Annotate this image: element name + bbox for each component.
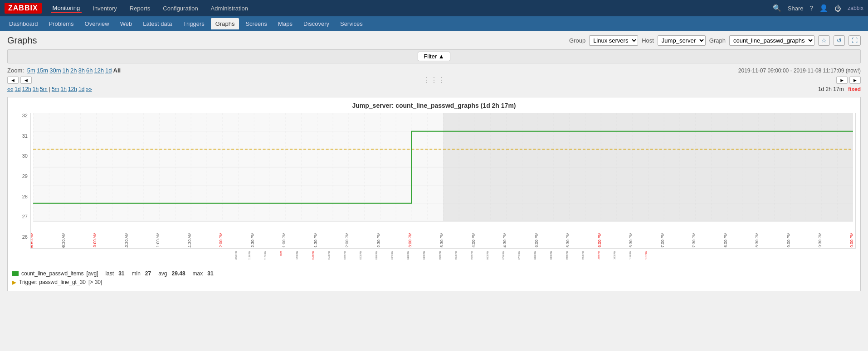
next-far-button[interactable]: ► xyxy=(849,77,861,84)
group-label: Group xyxy=(569,37,585,44)
nav-monitoring[interactable]: Monitoring xyxy=(51,4,82,13)
period-1d-fwd[interactable]: 1d xyxy=(78,86,84,92)
zoom-5m[interactable]: 5m xyxy=(27,67,35,74)
tab-maps[interactable]: Maps xyxy=(273,18,297,29)
svg-text:09:30 AM: 09:30 AM xyxy=(61,232,66,249)
graph-title: Jump_server: count_line_passwd_graphs (1… xyxy=(12,102,856,109)
svg-text:11:30 PM: 11:30 PM xyxy=(264,251,267,260)
prev-far-button[interactable]: ◄ xyxy=(7,77,19,84)
svg-text:11:00 AM: 11:00 AM xyxy=(629,251,632,260)
zoom-label: Zoom: xyxy=(7,67,24,74)
filter-toggle-button[interactable]: Filter ▲ xyxy=(418,52,450,61)
svg-text:07:00 PM: 07:00 PM xyxy=(660,232,665,249)
svg-text:11/08: 11/08 xyxy=(280,251,283,256)
svg-text:10:00 PM: 10:00 PM xyxy=(849,232,854,249)
legend-item-main: count_line_passwd_items [avg] last 31 mi… xyxy=(12,270,856,277)
svg-text:12:30 AM: 12:30 AM xyxy=(296,251,298,260)
zoom-1d[interactable]: 1d xyxy=(105,67,112,74)
period-start[interactable]: «« xyxy=(7,86,13,92)
logout-icon[interactable]: ⏻ xyxy=(834,5,841,12)
tab-triggers[interactable]: Triggers xyxy=(179,18,209,29)
svg-text:09:00 AM: 09:00 AM xyxy=(566,251,568,260)
zoom-30m[interactable]: 30m xyxy=(49,67,61,74)
period-end[interactable]: »» xyxy=(86,86,92,92)
svg-text:03:00 PM: 03:00 PM xyxy=(408,232,412,249)
period-left: «« 1d 12h 1h 5m | 5m 1h 12h 1d »» xyxy=(7,86,92,92)
prev-button[interactable]: ◄ xyxy=(20,77,32,84)
host-select[interactable]: Jump_server xyxy=(658,35,706,46)
tab-latest-data[interactable]: Latest data xyxy=(138,18,176,29)
svg-text:05:00 AM: 05:00 AM xyxy=(439,251,441,260)
nav-administration[interactable]: Administration xyxy=(209,4,250,13)
svg-text:05:30 AM: 05:30 AM xyxy=(455,251,457,260)
main-content: Graphs Group Linux servers Host Jump_ser… xyxy=(0,31,868,296)
nav-inventory[interactable]: Inventory xyxy=(91,4,118,13)
period-5m-fwd[interactable]: 5m xyxy=(52,86,59,92)
favorite-button[interactable]: ☆ xyxy=(818,35,830,46)
refresh-button[interactable]: ↺ xyxy=(834,35,845,46)
svg-text:09:30 AM: 09:30 AM xyxy=(582,251,584,260)
period-5m-back[interactable]: 5m xyxy=(40,86,48,92)
period-1h-back[interactable]: 1h xyxy=(33,86,39,92)
graph-select[interactable]: count_line_passwd_graphs xyxy=(729,35,814,46)
y-label-26: 26 xyxy=(12,234,28,240)
y-label-30: 30 xyxy=(12,153,28,159)
tab-graphs[interactable]: Graphs xyxy=(211,18,239,29)
zoom-15m[interactable]: 15m xyxy=(37,67,48,74)
period-1d-back[interactable]: 1d xyxy=(15,86,20,92)
zoom-1h[interactable]: 1h xyxy=(63,67,69,74)
svg-text:03:30 PM: 03:30 PM xyxy=(439,232,444,249)
period-12h-back[interactable]: 12h xyxy=(22,86,31,92)
svg-text:10:30 AM: 10:30 AM xyxy=(614,251,616,260)
period-12h-fwd[interactable]: 12h xyxy=(68,86,77,92)
tab-services[interactable]: Services xyxy=(336,18,367,29)
svg-text:02:00 PM: 02:00 PM xyxy=(345,232,349,249)
zoom-controls: Zoom: 5m 15m 30m 1h 2h 3h 6h 12h 1d All xyxy=(7,67,121,74)
group-select[interactable]: Linux servers xyxy=(589,35,638,46)
next-button[interactable]: ► xyxy=(836,77,848,84)
svg-text:11:00 AM: 11:00 AM xyxy=(156,232,160,249)
zoom-6h[interactable]: 6h xyxy=(86,67,93,74)
time-range: 2019-11-07 09:00:00 - 2019-11-08 11:17:0… xyxy=(738,67,861,74)
svg-text:10:00 AM: 10:00 AM xyxy=(93,232,97,249)
y-label-27: 27 xyxy=(12,214,28,219)
tab-problems[interactable]: Problems xyxy=(44,18,78,29)
help-button[interactable]: ? xyxy=(810,5,814,12)
page-header: Graphs Group Linux servers Host Jump_ser… xyxy=(7,35,861,46)
svg-text:01:30 AM: 01:30 AM xyxy=(328,251,330,260)
svg-text:09:30 PM: 09:30 PM xyxy=(818,232,822,249)
graph-container: Jump_server: count_line_passwd_graphs (1… xyxy=(7,97,861,291)
user-icon[interactable]: 👤 xyxy=(819,4,828,12)
username: zabbix xyxy=(848,5,863,11)
tab-discovery[interactable]: Discovery xyxy=(299,18,334,29)
svg-text:08:00 PM: 08:00 PM xyxy=(723,232,728,249)
svg-text:02:30 PM: 02:30 PM xyxy=(376,232,381,249)
tab-dashboard[interactable]: Dashboard xyxy=(5,18,43,29)
legend-item-type: [avg] xyxy=(86,270,98,277)
nav-configuration[interactable]: Configuration xyxy=(161,4,200,13)
svg-text:07:30 PM: 07:30 PM xyxy=(692,232,696,249)
drag-handle[interactable]: ⋮⋮⋮ xyxy=(34,76,834,84)
zoom-all[interactable]: All xyxy=(113,67,121,74)
svg-text:11:17 AM: 11:17 AM xyxy=(645,251,648,260)
svg-text:06:30 PM: 06:30 PM xyxy=(629,232,633,249)
svg-text:11/07 08:59 AM: 11/07 08:59 AM xyxy=(30,232,34,249)
fullscreen-button[interactable]: ⛶ xyxy=(848,35,861,46)
svg-text:03:30 AM: 03:30 AM xyxy=(391,251,394,260)
svg-text:10:30 AM: 10:30 AM xyxy=(124,232,129,249)
legend-last-label: last xyxy=(105,270,114,277)
period-1h-fwd[interactable]: 1h xyxy=(61,86,67,92)
svg-text:01:30 PM: 01:30 PM xyxy=(313,232,318,249)
zoom-12h[interactable]: 12h xyxy=(94,67,104,74)
search-icon[interactable]: 🔍 xyxy=(773,4,781,12)
zoom-3h[interactable]: 3h xyxy=(78,67,84,74)
tab-screens[interactable]: Screens xyxy=(241,18,272,29)
tab-web[interactable]: Web xyxy=(116,18,137,29)
zoom-2h[interactable]: 2h xyxy=(70,67,77,74)
legend-avg-value: 29.48 xyxy=(172,270,185,277)
y-label-28: 28 xyxy=(12,194,28,199)
share-button[interactable]: Share xyxy=(788,5,804,12)
tab-overview[interactable]: Overview xyxy=(80,18,114,29)
logo: ZABBIX xyxy=(5,3,42,14)
nav-reports[interactable]: Reports xyxy=(128,4,152,13)
